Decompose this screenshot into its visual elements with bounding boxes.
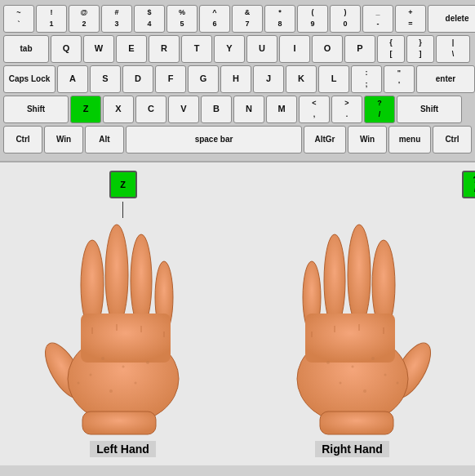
key-win-left[interactable]: Win [44, 126, 83, 153]
key-0[interactable]: )0 [330, 5, 361, 33]
svg-point-31 [371, 357, 375, 360]
key-3[interactable]: #3 [101, 5, 132, 33]
key-delete[interactable]: delete [428, 5, 475, 33]
key-l[interactable]: L [318, 65, 349, 93]
key-altgr[interactable]: AltGr [304, 126, 346, 153]
right-key-indicator: ? / [462, 171, 476, 198]
svg-rect-7 [82, 411, 156, 434]
svg-rect-25 [305, 314, 395, 363]
key-w[interactable]: W [83, 35, 114, 63]
key-backtick[interactable]: ~` [3, 5, 34, 33]
key-a[interactable]: A [57, 65, 88, 93]
keyboard-row-3: Caps Lock A S D F G H J K L :; "' enter [3, 65, 472, 93]
svg-point-15 [146, 361, 149, 364]
key-s[interactable]: S [90, 65, 121, 93]
keyboard-row-5: Ctrl Win Alt space bar AltGr Win menu Ct… [3, 126, 472, 153]
key-tab[interactable]: tab [3, 35, 49, 63]
key-6[interactable]: ^6 [199, 5, 230, 33]
key-quote[interactable]: "' [384, 65, 415, 93]
key-j[interactable]: J [253, 65, 284, 93]
key-k[interactable]: K [286, 65, 317, 93]
keyboard: ~` !1 @2 #3 $4 %5 ^6 &7 *8 (9 )0 _- += d… [0, 0, 475, 162]
key-lbracket[interactable]: {[ [377, 35, 405, 63]
svg-point-21 [324, 234, 345, 327]
key-p[interactable]: P [344, 35, 375, 63]
key-d[interactable]: D [122, 65, 153, 93]
left-finger-line [122, 202, 123, 218]
keyboard-row-1: ~` !1 @2 #3 $4 %5 ^6 &7 *8 (9 )0 _- += d… [3, 5, 472, 33]
svg-rect-26 [320, 411, 393, 434]
key-h[interactable]: H [220, 65, 251, 93]
key-1[interactable]: !1 [36, 5, 67, 33]
key-u[interactable]: U [246, 35, 277, 63]
key-e[interactable]: E [116, 35, 147, 63]
key-win-right[interactable]: Win [348, 126, 387, 153]
key-v[interactable]: V [168, 96, 199, 123]
key-n[interactable]: N [233, 96, 264, 123]
key-minus[interactable]: _- [362, 5, 393, 33]
key-comma[interactable]: <, [299, 96, 330, 123]
left-key-indicator: Z [109, 171, 137, 198]
key-5[interactable]: %5 [166, 5, 198, 33]
key-z[interactable]: Z [70, 96, 101, 123]
svg-point-12 [101, 357, 104, 360]
key-m[interactable]: M [266, 96, 297, 123]
key-o[interactable]: O [312, 35, 343, 63]
svg-point-37 [396, 382, 398, 385]
key-equals[interactable]: += [395, 5, 426, 33]
key-t[interactable]: T [181, 35, 212, 63]
key-space[interactable]: space bar [126, 126, 302, 153]
key-c[interactable]: C [135, 96, 166, 123]
left-hand-label: Left Hand [90, 441, 156, 457]
svg-point-36 [363, 389, 366, 393]
key-ctrl-right[interactable]: Ctrl [433, 126, 472, 153]
svg-rect-6 [81, 314, 171, 363]
key-x[interactable]: X [103, 96, 134, 123]
hands-section: Z [0, 162, 475, 465]
key-rbracket[interactable]: }] [406, 35, 434, 63]
right-hand-label: Right Hand [315, 441, 389, 457]
left-hand-svg [42, 220, 205, 436]
svg-point-18 [77, 382, 79, 385]
key-semicolon[interactable]: :; [351, 65, 382, 93]
right-hand-svg [271, 220, 434, 436]
key-r[interactable]: R [149, 35, 180, 63]
key-8[interactable]: *8 [264, 5, 295, 33]
svg-point-22 [348, 225, 371, 326]
key-b[interactable]: B [201, 96, 232, 123]
key-y[interactable]: Y [214, 35, 245, 63]
key-menu[interactable]: menu [388, 126, 431, 153]
svg-point-35 [339, 382, 341, 385]
svg-point-34 [326, 361, 330, 364]
svg-point-33 [384, 374, 386, 376]
key-slash[interactable]: ?/ [364, 96, 395, 123]
key-enter[interactable]: enter [416, 65, 475, 93]
right-hand-container: ? / [271, 171, 434, 457]
svg-point-14 [89, 374, 91, 376]
key-backslash[interactable]: |\ [436, 35, 470, 63]
key-g[interactable]: G [188, 65, 219, 93]
key-7[interactable]: &7 [232, 5, 263, 33]
key-shift-left[interactable]: Shift [3, 96, 69, 123]
key-alt-left[interactable]: Alt [85, 126, 124, 153]
keyboard-row-2: tab Q W E R T Y U I O P {[ }] |\ [3, 35, 472, 63]
svg-point-3 [131, 234, 152, 327]
key-f[interactable]: F [155, 65, 186, 93]
key-shift-right[interactable]: Shift [397, 96, 462, 123]
svg-point-16 [134, 382, 136, 385]
left-key-label: Z [120, 180, 126, 189]
svg-point-13 [122, 366, 124, 368]
svg-point-2 [105, 225, 128, 326]
svg-point-17 [109, 389, 113, 393]
key-i[interactable]: I [279, 35, 310, 63]
key-ctrl-left[interactable]: Ctrl [3, 126, 42, 153]
key-q[interactable]: Q [51, 35, 82, 63]
key-2[interactable]: @2 [69, 5, 100, 33]
left-hand-container: Z [42, 171, 205, 457]
key-9[interactable]: (9 [297, 5, 328, 33]
key-capslock[interactable]: Caps Lock [3, 65, 55, 93]
keyboard-row-4: Shift Z X C V B N M <, >. ?/ Shift [3, 96, 472, 123]
svg-point-32 [351, 366, 353, 368]
key-period[interactable]: >. [331, 96, 362, 123]
key-4[interactable]: $4 [134, 5, 165, 33]
